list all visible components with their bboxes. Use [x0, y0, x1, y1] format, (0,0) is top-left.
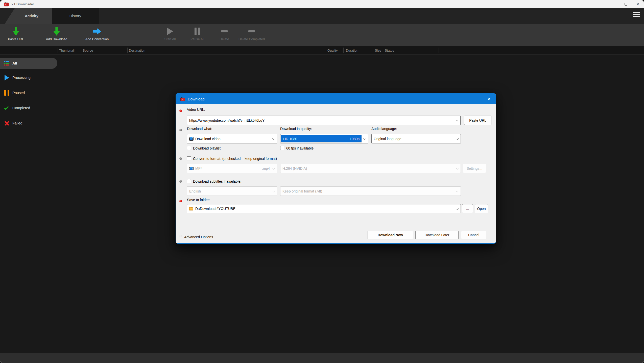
folder-icon [189, 207, 193, 210]
sidebar-item-all[interactable]: All [0, 58, 57, 69]
video-url-value: https://www.youtube.com/watch?v=nELk5lt6… [189, 118, 265, 122]
quality-combobox[interactable]: HD 1080 1080p [280, 134, 368, 143]
sidebar-item-failed[interactable]: Failed [0, 118, 57, 129]
subtitles-checkbox[interactable] [187, 179, 191, 183]
chevron-down-icon [456, 167, 459, 169]
dialog-title-bar: Download ✕ [176, 94, 496, 104]
film-icon [189, 167, 194, 170]
section-indicator [179, 129, 182, 131]
video-url-label: Video URL: [187, 108, 205, 112]
window-controls: ✕ [608, 0, 644, 8]
column-status[interactable]: Status [385, 46, 394, 55]
add-download-button[interactable]: Add Download [46, 24, 67, 46]
video-url-combobox[interactable]: https://www.youtube.com/watch?v=nELk5lt6… [187, 116, 461, 125]
chevron-down-icon[interactable] [456, 119, 458, 121]
cancel-button[interactable]: Cancel [461, 231, 486, 239]
film-icon [189, 137, 194, 141]
add-download-icon [53, 27, 60, 36]
app-window: YT Downloader ✕ Activity History Paste U… [0, 0, 644, 363]
download-later-button[interactable]: Download Later [415, 231, 459, 239]
tab-history[interactable]: History [52, 8, 99, 24]
download-playlist-checkbox[interactable] [187, 146, 191, 150]
delete-icon [221, 30, 228, 32]
audio-language-combobox[interactable]: Original language [371, 134, 461, 143]
plus-icon [101, 26, 105, 29]
sidebar-item-processing[interactable]: Processing [0, 72, 57, 83]
add-conversion-icon [93, 28, 101, 34]
pause-all-icon [194, 28, 200, 35]
sidebar-item-paused[interactable]: Paused [0, 87, 57, 98]
audio-language-value: Original language [374, 137, 401, 141]
open-folder-button[interactable]: Open [475, 204, 488, 213]
advanced-options-label: Advanced Options [184, 235, 213, 239]
download-list-header: Thumbnail Source Destination Quality Dur… [0, 46, 644, 55]
subtitle-format-value: Keep original format (.vtt) [282, 189, 322, 193]
sidebar-item-label: Paused [12, 91, 25, 95]
chevron-down-icon[interactable] [456, 207, 459, 210]
download-now-button[interactable]: Download Now [368, 231, 413, 239]
sidebar-item-completed[interactable]: Completed [0, 102, 57, 114]
pause-all-button: Pause All [190, 24, 204, 46]
maximize-button[interactable] [620, 0, 632, 8]
close-icon: ✕ [636, 2, 639, 6]
chevron-down-icon [272, 167, 275, 169]
section-indicator [179, 157, 182, 160]
close-icon: ✕ [487, 96, 491, 102]
advanced-options-toggle[interactable]: Advanced Options [179, 234, 213, 240]
convert-label: Convert to format: (unchecked = keep ori… [193, 157, 277, 161]
sidebar-item-label: All [12, 61, 17, 65]
fps-label: 60 fps if available [286, 146, 314, 150]
subtitle-format-combobox: Keep original format (.vtt) [280, 186, 461, 196]
chevron-down-icon[interactable] [272, 137, 275, 140]
window-title: YT Downloader [11, 2, 34, 6]
menu-button[interactable] [633, 12, 640, 17]
quality-value: HD 1080 [283, 137, 297, 141]
dialog-close-button[interactable]: ✕ [485, 95, 493, 103]
subtitle-language-value: English [189, 189, 201, 193]
codec-value: H.264 (NVIDIA) [282, 166, 307, 170]
convert-checkbox[interactable] [187, 156, 191, 160]
dialog-title: Download [188, 97, 205, 101]
delete-completed-button: Delete Completed [238, 24, 265, 46]
minimize-button[interactable] [608, 0, 620, 8]
column-size[interactable]: Size [364, 46, 381, 55]
maximize-icon [625, 3, 627, 6]
start-all-button: Start All [164, 24, 176, 46]
column-quality[interactable]: Quality [327, 46, 338, 55]
settings-button: Settings... [463, 164, 486, 173]
plus-icon [60, 26, 63, 29]
minimize-icon [613, 4, 616, 4]
tab-activity[interactable]: Activity [5, 8, 52, 24]
dialog-tv-icon [180, 97, 185, 101]
download-dialog: Download ✕ Video URL: https://www.youtub… [176, 93, 496, 244]
title-bar: YT Downloader ✕ [0, 0, 644, 8]
download-what-value: Download video [195, 137, 221, 141]
save-folder-value: D:\Downloads\YOUTUBE [195, 207, 235, 211]
column-source[interactable]: Source [83, 46, 93, 55]
chevron-down-icon[interactable] [363, 137, 366, 140]
column-destination[interactable]: Destination [129, 46, 145, 55]
sidebar-item-label: Completed [12, 106, 30, 110]
download-playlist-label: Download playlist [193, 146, 221, 150]
checkmark-icon [4, 107, 10, 109]
pause-icon [4, 90, 10, 96]
close-button[interactable]: ✕ [632, 0, 644, 8]
save-folder-combobox[interactable]: D:\Downloads\YOUTUBE [187, 204, 461, 213]
paste-url-icon [13, 27, 19, 36]
dialog-footer-separator [176, 226, 496, 226]
column-duration[interactable]: Duration [346, 46, 358, 55]
download-what-combobox[interactable]: Download video [187, 134, 277, 143]
add-conversion-button[interactable]: Add Conversion [85, 24, 109, 46]
audio-language-label: Audio language: [371, 127, 397, 131]
browse-folder-button[interactable]: ... [462, 204, 473, 213]
chevron-down-icon[interactable] [456, 137, 459, 140]
fps-checkbox[interactable] [280, 146, 284, 150]
column-thumbnail[interactable]: Thumbnail [59, 46, 75, 55]
paste-url-dialog-button[interactable]: Paste URL [464, 116, 491, 125]
paste-url-button[interactable]: Paste URL [8, 24, 24, 46]
status-bar [0, 353, 644, 363]
subtitle-language-combobox: English [187, 186, 277, 196]
required-indicator [179, 200, 182, 202]
save-folder-label: Save to folder: [187, 198, 210, 202]
tab-activity-label: Activity [25, 14, 38, 18]
